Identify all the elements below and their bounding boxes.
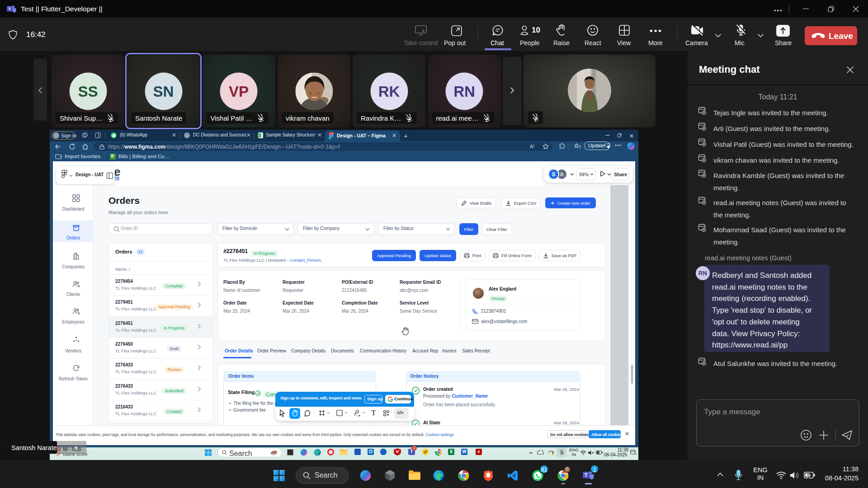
svg-text:X: X — [258, 134, 260, 137]
svg-text:i: i — [608, 146, 609, 148]
svg-text:T: T — [585, 472, 588, 478]
svg-text:T: T — [8, 6, 11, 11]
